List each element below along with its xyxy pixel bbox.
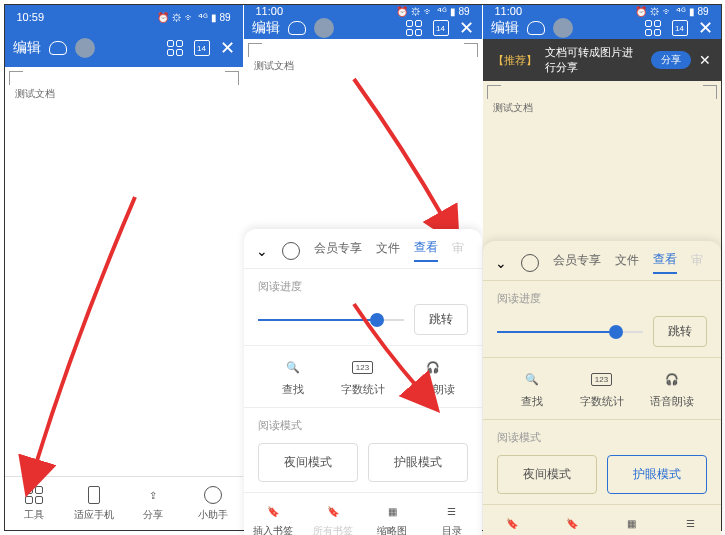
app-header: 编辑 14 ✕ bbox=[244, 17, 482, 39]
arrow-annotation-tab bbox=[344, 69, 464, 229]
night-mode-button[interactable]: 夜间模式 bbox=[497, 455, 597, 494]
tool-bottom-row: 🔖 插入书签 🔖 所有书签 ▦ 缩略图 ☰ 目录 bbox=[483, 504, 721, 535]
doc-title: 测试文档 bbox=[15, 87, 233, 101]
headphone-icon: 🎧 bbox=[661, 368, 683, 390]
actions-section: 🔍 查找 123 字数统计 🎧 语音朗读 bbox=[483, 357, 721, 419]
bookmark-icon: 🔖 bbox=[502, 513, 522, 533]
count-icon: 123 bbox=[352, 356, 374, 378]
mode-label: 阅读模式 bbox=[258, 418, 468, 433]
edit-label[interactable]: 编辑 bbox=[491, 19, 519, 37]
tab-view[interactable]: 查看 bbox=[653, 251, 677, 274]
tool-bottom-row: 🔖 插入书签 🔖 所有书签 ▦ 缩略图 ☰ 目录 bbox=[244, 492, 482, 535]
status-bar: 10:59 ⏰ ⚙ ᯤ ⁴ᴳ ▮ 89 bbox=[5, 5, 243, 29]
face-icon[interactable] bbox=[282, 242, 300, 260]
search-icon: 🔍 bbox=[521, 368, 543, 390]
tab-more[interactable]: 审 bbox=[691, 252, 703, 273]
list-icon: ☰ bbox=[681, 513, 701, 533]
calendar-icon[interactable]: 14 bbox=[672, 20, 688, 36]
eye-mode-button[interactable]: 护眼模式 bbox=[368, 443, 468, 482]
banner-close-icon[interactable]: ✕ bbox=[699, 52, 711, 68]
search-icon: 🔍 bbox=[282, 356, 304, 378]
status-bar: 11:00 ⏰ ⚙ ᯤ ⁴ᴳ ▮ 89 bbox=[483, 5, 721, 17]
find-button[interactable]: 🔍 查找 bbox=[497, 368, 567, 409]
all-bookmarks[interactable]: 🔖 所有书签 bbox=[303, 501, 363, 535]
cloud-icon[interactable] bbox=[288, 19, 306, 37]
all-bookmarks[interactable]: 🔖 所有书签 bbox=[542, 513, 602, 535]
banner-text: 文档可转成图片进行分享 bbox=[545, 45, 643, 75]
share-icon: ⇪ bbox=[143, 485, 163, 505]
banner-tag: 【推荐】 bbox=[493, 53, 537, 68]
jump-button[interactable]: 跳转 bbox=[414, 304, 468, 335]
status-time: 11:00 bbox=[495, 5, 523, 17]
thumbnail-icon: ▦ bbox=[382, 501, 402, 521]
banner-share-button[interactable]: 分享 bbox=[651, 51, 691, 69]
count-icon: 123 bbox=[591, 368, 613, 390]
cloud-icon[interactable] bbox=[527, 19, 545, 37]
document-area[interactable]: 测试文档 bbox=[483, 81, 721, 241]
doc-title: 测试文档 bbox=[254, 59, 472, 73]
eye-mode-button[interactable]: 护眼模式 bbox=[607, 455, 707, 494]
close-icon[interactable]: ✕ bbox=[220, 37, 235, 59]
nav-tools[interactable]: 工具 bbox=[5, 477, 65, 530]
wordcount-button[interactable]: 123 字数统计 bbox=[328, 356, 398, 397]
tools-icon bbox=[24, 485, 44, 505]
chevron-down-icon[interactable]: ⌄ bbox=[495, 255, 507, 271]
progress-slider[interactable] bbox=[497, 318, 643, 346]
nav-adapt[interactable]: 适应手机 bbox=[64, 477, 124, 530]
thumbnails[interactable]: ▦ 缩略图 bbox=[602, 513, 662, 535]
insert-bookmark[interactable]: 🔖 插入书签 bbox=[244, 501, 304, 535]
headphone-icon: 🎧 bbox=[422, 356, 444, 378]
document-area[interactable]: 测试文档 bbox=[5, 67, 243, 476]
insert-bookmark[interactable]: 🔖 插入书签 bbox=[483, 513, 543, 535]
bookmark-icon: 🔖 bbox=[263, 501, 283, 521]
edit-label[interactable]: 编辑 bbox=[13, 39, 41, 57]
status-time: 11:00 bbox=[256, 5, 284, 17]
tts-button[interactable]: 🎧 语音朗读 bbox=[637, 368, 707, 409]
chevron-down-icon[interactable]: ⌄ bbox=[256, 243, 268, 259]
tab-view[interactable]: 查看 bbox=[414, 239, 438, 262]
close-icon[interactable]: ✕ bbox=[459, 17, 474, 39]
grid-icon[interactable] bbox=[405, 19, 423, 37]
status-bar: 11:00 ⏰ ⚙ ᯤ ⁴ᴳ ▮ 89 bbox=[244, 5, 482, 17]
edit-label[interactable]: 编辑 bbox=[252, 19, 280, 37]
list-icon: ☰ bbox=[442, 501, 462, 521]
toc[interactable]: ☰ 目录 bbox=[422, 501, 482, 535]
grid-icon[interactable] bbox=[166, 39, 184, 57]
nav-assistant[interactable]: 小助手 bbox=[183, 477, 243, 530]
tab-more[interactable]: 审 bbox=[452, 240, 464, 261]
progress-label: 阅读进度 bbox=[258, 279, 468, 294]
find-button[interactable]: 🔍 查找 bbox=[258, 356, 328, 397]
arrow-annotation bbox=[25, 187, 145, 487]
bookmarks-icon: 🔖 bbox=[323, 501, 343, 521]
tab-member[interactable]: 会员专享 bbox=[553, 252, 601, 273]
phone-icon bbox=[84, 485, 104, 505]
calendar-icon[interactable]: 14 bbox=[433, 20, 449, 36]
face-icon[interactable] bbox=[521, 254, 539, 272]
phone-screen-right: 11:00 ⏰ ⚙ ᯤ ⁴ᴳ ▮ 89 编辑 14 ✕ 【推荐】 文档可转成图片… bbox=[483, 5, 721, 530]
thumbnails[interactable]: ▦ 缩略图 bbox=[363, 501, 423, 535]
grid-icon[interactable] bbox=[644, 19, 662, 37]
progress-section: 阅读进度 跳转 bbox=[483, 281, 721, 357]
tab-row: ⌄ 会员专享 文件 查看 审 bbox=[483, 241, 721, 281]
tts-button[interactable]: 🎧 语音朗读 bbox=[398, 356, 468, 397]
tab-file[interactable]: 文件 bbox=[615, 252, 639, 273]
status-icons: ⏰ ⚙ ᯤ ⁴ᴳ ▮ 89 bbox=[396, 6, 469, 17]
avatar[interactable] bbox=[553, 18, 573, 38]
cloud-icon[interactable] bbox=[49, 39, 67, 57]
progress-slider[interactable] bbox=[258, 306, 404, 334]
nav-share[interactable]: ⇪ 分享 bbox=[124, 477, 184, 530]
jump-button[interactable]: 跳转 bbox=[653, 316, 707, 347]
night-mode-button[interactable]: 夜间模式 bbox=[258, 443, 358, 482]
mode-label: 阅读模式 bbox=[497, 430, 707, 445]
tab-member[interactable]: 会员专享 bbox=[314, 240, 362, 261]
promo-banner: 【推荐】 文档可转成图片进行分享 分享 ✕ bbox=[483, 39, 721, 81]
avatar[interactable] bbox=[314, 18, 334, 38]
avatar[interactable] bbox=[75, 38, 95, 58]
wordcount-button[interactable]: 123 字数统计 bbox=[567, 368, 637, 409]
close-icon[interactable]: ✕ bbox=[698, 17, 713, 39]
toc[interactable]: ☰ 目录 bbox=[661, 513, 721, 535]
tab-file[interactable]: 文件 bbox=[376, 240, 400, 261]
tool-panel: ⌄ 会员专享 文件 查看 审 阅读进度 跳转 bbox=[244, 229, 482, 535]
calendar-icon[interactable]: 14 bbox=[194, 40, 210, 56]
document-area[interactable]: 测试文档 bbox=[244, 39, 482, 229]
